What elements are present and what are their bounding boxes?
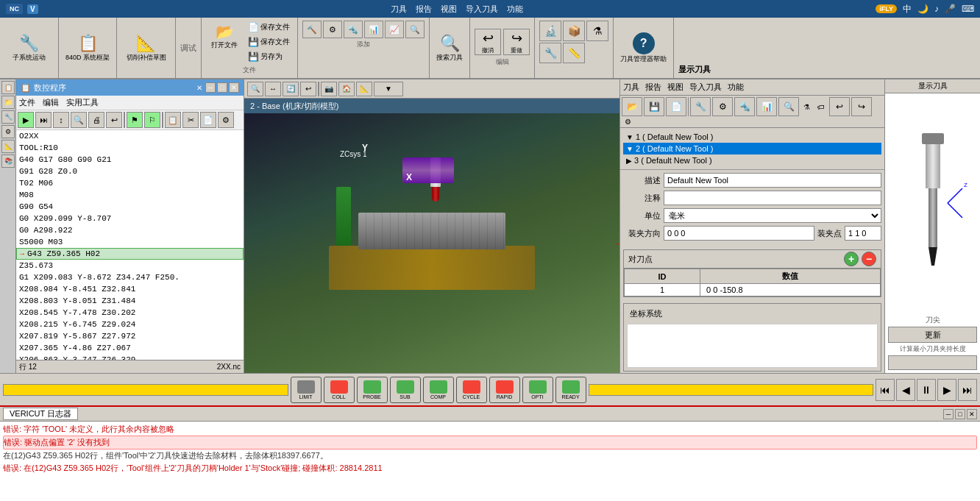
mid-tb-dropdown[interactable]: ▼ <box>374 82 403 96</box>
saveas-btn[interactable]: 💾 另存为 <box>245 50 293 63</box>
more-btn-4[interactable]: 🔧 <box>539 43 561 63</box>
code-line-9[interactable]: S5000 M03 <box>16 236 244 248</box>
sidebar-item-nc[interactable]: 📋 <box>1 81 15 94</box>
mid-tb-btn1[interactable]: 🔍 <box>247 82 263 96</box>
unit-select[interactable]: 毫米 英寸 <box>664 208 881 223</box>
sim-pause[interactable]: ⏸ <box>917 379 936 401</box>
nc-minimize-btn[interactable]: ─ <box>205 82 216 93</box>
nc-tb-undo[interactable]: ↩ <box>106 112 122 128</box>
code-line-13[interactable]: X208.984 Y-8.451 Z32.841 <box>16 283 244 295</box>
log-minimize[interactable]: ─ <box>943 409 954 419</box>
tree-item-2[interactable]: ▼ 2 ( Default New Tool ) <box>623 143 881 154</box>
sidebar-item-lib[interactable]: 📚 <box>1 154 15 168</box>
nc-tb-run[interactable]: ▶ <box>18 112 34 128</box>
more-btn-1[interactable]: 🔬 <box>539 21 561 41</box>
top-menu-func[interactable]: 功能 <box>507 4 523 15</box>
tp-remove-btn[interactable]: − <box>862 252 876 266</box>
nc-menu-utils[interactable]: 实用工具 <box>66 97 99 108</box>
sim-play[interactable]: ▶ <box>937 379 956 401</box>
tool-btn-5[interactable]: 📈 <box>385 21 404 38</box>
nc-tb-flag2[interactable]: ⚐ <box>144 112 160 128</box>
log-maximize[interactable]: □ <box>955 409 965 419</box>
clip-input[interactable] <box>845 226 881 241</box>
sub-indicator[interactable]: SUB <box>390 377 421 403</box>
code-line-5[interactable]: M08 <box>16 189 244 201</box>
nc-tb-paste[interactable]: 📄 <box>200 112 216 128</box>
rtm-menu-tool[interactable]: 刀具 <box>623 82 639 93</box>
more-btn-3[interactable]: ⚗ <box>586 21 608 41</box>
rtm-tool4[interactable]: 📊 <box>756 97 777 116</box>
tool-btn-1[interactable]: 🔨 <box>302 21 322 38</box>
tp-add-btn[interactable]: + <box>844 252 859 266</box>
more-btn-2[interactable]: 📦 <box>563 21 585 41</box>
nc-tb-cut[interactable]: ✂ <box>182 112 199 128</box>
comment-input[interactable] <box>664 191 881 205</box>
nc-tb-settings[interactable]: ⚙ <box>218 112 234 128</box>
tree-item-3[interactable]: ▶ 3 ( Default New Tool ) <box>623 154 881 166</box>
opti-indicator[interactable]: OPTI <box>522 377 553 403</box>
top-menu-view[interactable]: 视图 <box>441 4 457 15</box>
rtm-tool5[interactable]: 🔍 <box>778 97 799 116</box>
mid-tb-btn3[interactable]: 🔄 <box>283 82 299 96</box>
rtm-open-btn[interactable]: 📂 <box>622 97 642 116</box>
code-line-12[interactable]: G1 X209.083 Y-8.672 Z34.247 F250. <box>16 271 244 283</box>
rtm-redo[interactable]: ↪ <box>851 97 872 116</box>
probe-indicator[interactable]: PROBE <box>357 377 388 403</box>
code-line-11[interactable]: Z35.673 <box>16 260 244 271</box>
nc-close-btn[interactable]: ✕ <box>229 82 239 93</box>
cycle-indicator[interactable]: CYCLE <box>456 377 487 403</box>
mid-tb-home[interactable]: 🏠 <box>338 82 355 96</box>
sidebar-item-project[interactable]: 📁 <box>1 96 15 109</box>
top-menu-import[interactable]: 导入刀具 <box>466 4 498 15</box>
desc-input[interactable] <box>664 173 881 188</box>
save-file-btn[interactable]: 💾 保存文件 <box>245 35 293 49</box>
mid-tb-btn4[interactable]: ↩ <box>300 82 316 96</box>
rapid-indicator[interactable]: RAPID <box>489 377 520 403</box>
log-tab-main[interactable]: VERICUT 日志器 <box>3 408 78 420</box>
code-line-0[interactable]: O2XX <box>16 130 244 142</box>
mid-tb-layer[interactable]: 📐 <box>356 82 372 96</box>
nc-menu-file[interactable]: 文件 <box>19 97 35 108</box>
code-line-17[interactable]: X207.819 Y-5.867 Z27.972 <box>16 330 244 342</box>
rtm-menu-import[interactable]: 导入刀具 <box>689 82 722 93</box>
update-btn[interactable]: 更新 <box>888 327 977 343</box>
code-line-1[interactable]: TOOL:R10 <box>16 142 244 154</box>
nc-tb-zoom[interactable]: 🔍 <box>71 112 87 128</box>
top-menu-tools[interactable]: 刀具 <box>391 4 407 15</box>
rtm-save-btn[interactable]: 💾 <box>644 97 664 116</box>
cut-comp-btn[interactable]: 📐 切削补偿草图 <box>124 32 168 65</box>
rtm-tool1[interactable]: 🔧 <box>690 97 711 116</box>
code-line-6[interactable]: G90 G54 <box>16 201 244 213</box>
more-btn-5[interactable]: 📏 <box>563 43 585 63</box>
nc-tb-print[interactable]: 🖨 <box>88 112 104 128</box>
nc-tb-step1[interactable]: ⏭ <box>35 112 52 128</box>
rtm-tool3[interactable]: 🔩 <box>734 97 755 116</box>
nc-tb-step2[interactable]: ↕ <box>53 112 69 128</box>
limit-indicator[interactable]: LIMIT <box>291 377 322 403</box>
tool-btn-6[interactable]: 🔍 <box>405 21 425 38</box>
sidebar-item-config[interactable]: 📐 <box>1 140 15 153</box>
redo-btn[interactable]: ↪ 重做 <box>503 29 530 55</box>
code-line-14[interactable]: X208.803 Y-8.051 Z31.484 <box>16 295 244 307</box>
code-line-7[interactable]: G0 X209.099 Y-8.707 <box>16 213 244 224</box>
tree-item-1[interactable]: ▼ 1 ( Default New Tool ) <box>623 131 881 143</box>
sidebar-item-tool[interactable]: 🔧 <box>1 110 15 124</box>
ready-indicator[interactable]: READY <box>555 377 586 403</box>
rtm-tool7[interactable]: 🏷 <box>814 97 828 116</box>
undo-btn[interactable]: ↩ 撤消 <box>475 29 501 55</box>
top-menu-report[interactable]: 报告 <box>416 4 432 15</box>
code-line-15[interactable]: X208.545 Y-7.478 Z30.202 <box>16 307 244 319</box>
mid-tb-cam[interactable]: 📷 <box>321 82 337 96</box>
help-btn[interactable]: ? 刀具管理器帮助 <box>618 30 669 66</box>
nc-tb-copy[interactable]: 📋 <box>165 112 181 128</box>
code-line-3[interactable]: G91 G28 Z0.0 <box>16 166 244 177</box>
rtm-undo[interactable]: ↩ <box>829 97 850 116</box>
rtm-new-btn[interactable]: 📄 <box>666 97 686 116</box>
rtm-tool2[interactable]: ⚙ <box>712 97 733 116</box>
sidebar-item-init[interactable]: ⚙ <box>1 125 15 138</box>
log-close[interactable]: ✕ <box>967 409 977 419</box>
search-tool-btn[interactable]: 🔍 搜索刀具 <box>434 32 465 65</box>
code-line-4[interactable]: T02 M06 <box>16 177 244 189</box>
dir-input[interactable] <box>664 226 814 241</box>
code-line-16[interactable]: X208.215 Y-6.745 Z29.024 <box>16 319 244 330</box>
